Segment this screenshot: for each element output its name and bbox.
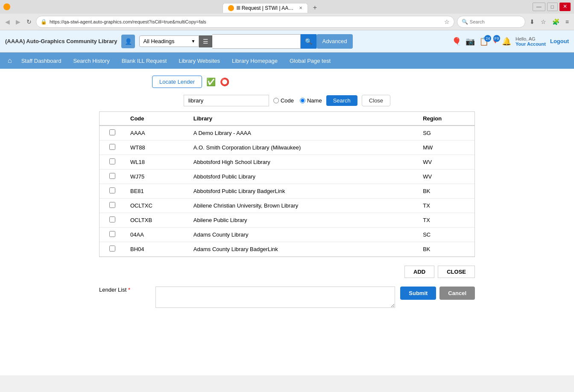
camera-icon-button[interactable]: 📷 [466,37,475,46]
row-checkbox-6[interactable] [109,216,115,222]
list-icon-button[interactable]: 📋 24 [479,37,489,46]
close-footer-button[interactable]: CLOSE [438,266,475,278]
row-checkbox-8[interactable] [109,246,115,252]
heart-icon-button[interactable]: ♥ F9 [493,37,498,46]
your-account-link[interactable]: Your Account [515,41,546,47]
row-checkbox-7[interactable] [109,231,115,237]
back-button[interactable]: ◀ [3,18,12,26]
nav-library-homepage[interactable]: Library Homepage [227,54,283,67]
lender-list-section: Lender List * Submit Cancel [99,287,475,308]
win-max-icon[interactable]: □ [547,3,558,11]
add-button[interactable]: ADD [404,266,434,278]
col-header-region: Region [418,112,474,126]
browser-search-bar[interactable]: 🔍 [457,16,525,28]
cell-code-8: BH04 [125,242,188,257]
nav-library-websites[interactable]: Library Websites [173,54,225,67]
balloon-icon-button[interactable]: 🎈 [452,37,461,46]
row-checkbox-1[interactable] [109,144,115,150]
app-header: (AAAA) Auto-Graphics Community Library 👤… [0,30,574,53]
extensions-icon[interactable]: 🧩 [551,18,561,26]
cell-region-3: WV [418,170,474,184]
title-bar-left [3,3,10,10]
code-radio[interactable] [273,98,279,103]
nav-staff-dashboard[interactable]: Staff Dashboard [16,54,67,67]
cell-region-6: TX [418,213,474,228]
nav-bar: ⌂ Staff Dashboard Search History Blank I… [0,53,574,69]
downloads-icon[interactable]: ⬇ [528,18,536,26]
search-button-main[interactable]: 🔍 [301,34,316,49]
locate-lender-button[interactable]: Locate Lender [152,76,202,88]
table-row: 04AA Adams County Library SC [100,228,474,242]
checked-circle-icon: ✅ [206,77,216,87]
cell-region-4: BK [418,184,474,199]
table-row: BE81 Abbotsford Public Library BadgerLin… [100,184,474,199]
logout-button[interactable]: Logout [550,38,569,44]
nav-search-history[interactable]: Search History [68,54,114,67]
title-bar: Ill Request | STWI | AAAA | Auto... ✕ + … [0,0,574,14]
library-table-scroll-area[interactable]: Code Library Region AAAA A Demo Library … [100,112,474,257]
cell-code-0: AAAA [125,126,188,140]
tab-close-icon[interactable]: ✕ [299,6,302,10]
search-box-container: All Headings ▼ ☰ 🔍 Advanced [139,34,353,49]
cell-code-1: WT88 [125,140,188,155]
lender-search-button[interactable]: Search [326,95,357,106]
row-checkbox-5[interactable] [109,202,115,208]
badge-count: 24 [484,35,491,42]
reload-button[interactable]: ↻ [25,18,33,26]
table-row: OCLTXB Abilene Public Library TX [100,213,474,228]
row-checkbox-2[interactable] [109,158,115,164]
table-row: WJ75 Abbotsford Public Library WV [100,170,474,184]
active-tab[interactable]: Ill Request | STWI | AAAA | Auto... ✕ [223,3,308,13]
submit-button[interactable]: Submit [400,287,436,300]
stack-icon[interactable]: ☰ [199,35,212,47]
header-icons: 🎈 📷 📋 24 ♥ F9 🔔 Hello, AG Your Account L… [452,36,569,47]
table-row: OCLTXC Abilene Christian University, Bro… [100,199,474,213]
nav-blank-ill-request[interactable]: Blank ILL Request [117,54,172,67]
lender-close-button[interactable]: Close [362,95,390,106]
new-tab-button[interactable]: + [310,4,320,12]
cell-library-2: Abbotsford High School Library [188,155,418,170]
heading-select[interactable]: All Headings ▼ [139,35,199,47]
nav-global-page-test[interactable]: Global Page test [284,54,336,67]
win-min-icon[interactable]: — [533,3,545,11]
url-bar[interactable]: 🔒 https://qa-stwi-agent.auto-graphics.co… [36,16,454,28]
cell-code-6: OCLTXB [125,213,188,228]
row-checkbox-3[interactable] [109,173,115,179]
home-icon[interactable]: ⌂ [5,53,15,68]
search-input-main[interactable] [212,34,300,49]
tab-label: Ill Request | STWI | AAAA | Auto... [237,5,296,11]
table-body: AAAA A Demo Library - AAAA SG WT88 A.O. … [100,126,474,257]
cell-region-8: BK [418,242,474,257]
main-content: Locate Lender ✅ ⭕ Code Name Search Close [0,69,574,375]
row-checkbox-0[interactable] [109,129,115,135]
cell-library-5: Abilene Christian University, Brown Libr… [188,199,418,213]
cell-library-0: A Demo Library - AAAA [188,126,418,140]
cell-library-4: Abbotsford Public Library BadgerLink [188,184,418,199]
table-row: WT88 A.O. Smith Corporation Library (Mil… [100,140,474,155]
code-radio-label[interactable]: Code [273,97,294,104]
tab-bar: Ill Request | STWI | AAAA | Auto... ✕ + [219,1,324,13]
f9-badge: F9 [493,35,500,42]
cancel-button[interactable]: Cancel [439,287,475,300]
action-buttons: Submit Cancel [400,287,475,300]
heading-select-label: All Headings [143,38,174,44]
name-radio-label[interactable]: Name [300,97,322,104]
menu-icon[interactable]: ≡ [564,18,571,26]
advanced-button[interactable]: Advanced [316,34,353,49]
browser-search-input[interactable] [470,19,504,24]
star-icon[interactable]: ☆ [444,18,450,25]
name-radio[interactable] [300,98,305,103]
forward-button[interactable]: ▶ [14,18,22,26]
lender-list-textarea[interactable] [155,287,395,308]
browser-chrome: Ill Request | STWI | AAAA | Auto... ✕ + … [0,0,574,30]
person-icon: 👤 [125,38,132,45]
bookmarks-icon[interactable]: ☆ [539,18,548,26]
required-star: * [128,287,130,293]
cell-library-6: Abilene Public Library [188,213,418,228]
lender-search-input[interactable] [184,95,269,106]
dialog-footer: ADD CLOSE [99,260,475,283]
win-close-icon[interactable]: ✕ [559,3,571,11]
hello-text: Hello, AG [515,36,546,41]
row-checkbox-4[interactable] [109,187,115,193]
bell-icon-button[interactable]: 🔔 [502,37,511,46]
